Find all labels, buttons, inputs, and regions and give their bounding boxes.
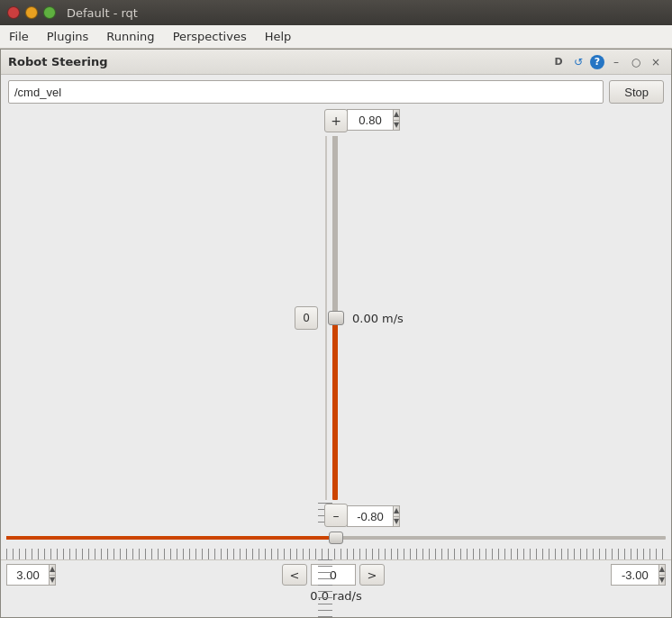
right-spin-up[interactable]: ▲ <box>659 565 665 576</box>
v-slider-thumb[interactable] <box>328 311 344 325</box>
v-gray-fill <box>332 136 338 318</box>
right-spin-down[interactable]: ▼ <box>659 576 665 586</box>
topic-input[interactable] <box>8 80 604 104</box>
maximize-window-button[interactable] <box>43 6 56 19</box>
menu-bar: File Plugins Running Perspectives Help <box>0 25 672 49</box>
menu-plugins[interactable]: Plugins <box>38 25 98 48</box>
h-slider-row <box>1 527 671 549</box>
menu-file[interactable]: File <box>0 25 38 48</box>
bottom-controls: ▲ ▼ < 0 > <box>1 559 671 617</box>
menu-running[interactable]: Running <box>97 25 163 48</box>
left-spin-down[interactable]: ▼ <box>50 576 55 586</box>
minus-button[interactable]: – <box>324 504 348 527</box>
top-value-input[interactable] <box>347 109 394 131</box>
stop-button[interactable]: Stop <box>609 80 664 104</box>
bottom-row2: 0.0 rad/s <box>6 589 666 603</box>
bottom-row1: ▲ ▼ < 0 > <box>6 564 666 586</box>
left-spin-up[interactable]: ▲ <box>50 565 55 576</box>
content-area: Stop + ▲ ▼ /* ti <box>1 75 671 617</box>
menu-perspectives[interactable]: Perspectives <box>164 25 256 48</box>
top-spinbox: ▲ ▼ <box>347 109 400 131</box>
vertical-slider-container: + ▲ ▼ /* ticks drawn in SVG */ <box>1 109 671 527</box>
speed-display: 0.00 m/s <box>352 312 404 325</box>
right-limit-input[interactable] <box>611 564 659 586</box>
left-spinbox: ▲ ▼ <box>6 564 56 586</box>
bottom-spinbox: ▲ ▼ <box>347 505 400 527</box>
help-icon[interactable]: ? <box>590 55 604 69</box>
zero-v-button[interactable]: 0 <box>295 306 318 330</box>
left-spinbox-arrows: ▲ ▼ <box>50 564 56 586</box>
titlebar-icons: D ↺ ? – ○ × <box>550 54 664 70</box>
bottom-spin-down[interactable]: ▼ <box>394 517 399 527</box>
refresh-icon[interactable]: ↺ <box>570 54 586 70</box>
nav-controls: < 0 > <box>282 564 385 586</box>
left-limit-input[interactable] <box>6 564 50 586</box>
rad-display: 0.0 rad/s <box>6 589 666 603</box>
main-window: Robot Steering D ↺ ? – ○ × Stop + <box>0 49 672 618</box>
title-bar: Default - rqt <box>0 0 672 25</box>
window-title: Default - rqt <box>67 6 138 20</box>
left-nav-button[interactable]: < <box>282 564 307 586</box>
top-spinbox-arrows: ▲ ▼ <box>394 109 400 131</box>
close-window-button[interactable] <box>7 6 20 19</box>
top-spin-up[interactable]: ▲ <box>394 110 399 121</box>
bottom-value-input[interactable] <box>347 505 394 527</box>
top-controls: Stop <box>1 75 671 109</box>
top-spin-down[interactable]: ▼ <box>394 121 399 131</box>
plus-button[interactable]: + <box>324 109 348 132</box>
bookmark-icon[interactable]: D <box>550 54 567 70</box>
dash-icon[interactable]: – <box>608 54 624 70</box>
widget-title: Robot Steering <box>8 55 108 68</box>
bottom-spin-up[interactable]: ▲ <box>394 506 399 517</box>
widget-titlebar: Robot Steering D ↺ ? – ○ × <box>1 50 671 75</box>
h-slider-thumb[interactable] <box>329 532 343 544</box>
right-spinbox: ▲ ▼ <box>611 564 666 586</box>
bottom-spinbox-arrows: ▲ ▼ <box>394 505 400 527</box>
h-orange-track <box>6 536 336 540</box>
circle-icon[interactable]: ○ <box>628 54 644 70</box>
right-nav-button[interactable]: > <box>359 564 385 586</box>
window-close-icon[interactable]: × <box>648 54 664 70</box>
menu-help[interactable]: Help <box>256 25 301 48</box>
minimize-window-button[interactable] <box>25 6 38 19</box>
right-spinbox-arrows: ▲ ▼ <box>659 564 666 586</box>
h-tick-area <box>1 549 671 559</box>
